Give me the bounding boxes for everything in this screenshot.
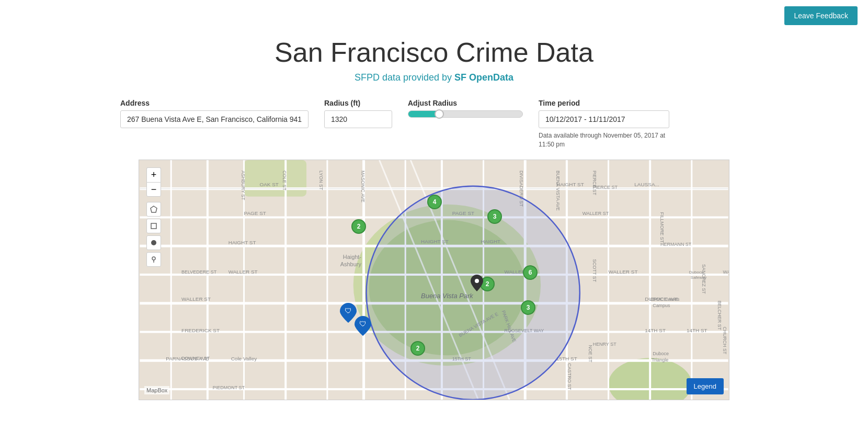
address-control: Address [120, 99, 309, 128]
svg-text:BUENA VISTA AVE: BUENA VISTA AVE [555, 171, 561, 211]
page-header: San Francisco Crime Data SFPD data provi… [0, 31, 868, 94]
time-period-input[interactable] [539, 110, 669, 128]
svg-text:🛡: 🛡 [345, 307, 352, 315]
address-label: Address [120, 99, 309, 107]
svg-text:Triangle: Triangle [652, 357, 668, 363]
svg-text:LYON ST: LYON ST [318, 171, 324, 190]
page-title: San Francisco Crime Data [10, 37, 858, 68]
svg-text:WALLER ST: WALLER ST [583, 210, 609, 216]
layer-circle-button[interactable] [146, 235, 161, 250]
map-container[interactable]: OAK ST HAIGHT ST LAUSSA... PAGE ST PAGE … [139, 160, 729, 400]
svg-text:DOWNEY ST: DOWNEY ST [181, 356, 210, 361]
center-location-marker[interactable] [471, 275, 483, 293]
svg-text:PIERCE ST: PIERCE ST [592, 171, 597, 196]
svg-rect-86 [151, 223, 156, 229]
cluster-marker[interactable]: 4 [427, 195, 442, 209]
svg-point-87 [151, 240, 156, 245]
svg-text:SANCHEZ ST: SANCHEZ ST [701, 264, 706, 294]
svg-point-88 [152, 257, 155, 260]
svg-text:🛡: 🛡 [359, 320, 367, 328]
time-period-control: Time period Data available through Novem… [539, 99, 669, 149]
svg-text:COLE ST: COLE ST [282, 171, 287, 191]
subtitle-prefix: SFPD data provided by [355, 72, 454, 83]
svg-text:WALLER ST: WALLER ST [181, 296, 211, 301]
radius-slider-thumb[interactable] [435, 109, 444, 119]
time-period-label: Time period [539, 99, 669, 107]
svg-text:PIEDMONT ST: PIEDMONT ST [213, 385, 245, 390]
svg-marker-85 [151, 206, 157, 212]
svg-text:Campus: Campus [653, 302, 670, 308]
svg-text:WALLER ST: WALLER ST [723, 269, 729, 275]
cluster-marker[interactable]: 2 [410, 341, 425, 356]
controls-bar: Address Radius (ft) Adjust Radius Time p… [0, 94, 868, 160]
zoom-out-button[interactable]: − [146, 182, 161, 197]
svg-text:HENRY ST: HENRY ST [593, 342, 616, 347]
svg-text:WALLER ST: WALLER ST [229, 269, 258, 275]
radius-slider-track[interactable] [408, 110, 523, 118]
subtitle-link[interactable]: SF OpenData [454, 72, 513, 83]
layer-marker-button[interactable] [146, 252, 161, 267]
svg-point-92 [475, 279, 479, 283]
svg-text:15TH ST: 15TH ST [556, 356, 577, 361]
adjust-radius-control: Adjust Radius [408, 99, 523, 118]
layer-polygon-button[interactable] [146, 202, 161, 217]
top-bar: Leave Feedback [0, 0, 868, 31]
radius-label: Radius (ft) [324, 99, 392, 107]
cluster-marker[interactable]: 3 [487, 209, 502, 224]
cluster-marker[interactable]: 3 [521, 300, 535, 315]
radius-input[interactable] [324, 110, 392, 128]
layer-square-button[interactable] [146, 219, 161, 233]
cluster-marker[interactable]: 2 [351, 219, 366, 234]
svg-text:BELCHER ST: BELCHER ST [717, 300, 722, 330]
svg-text:Cole Valley: Cole Valley [231, 356, 257, 361]
svg-text:ASHBURY ST: ASHBURY ST [241, 171, 246, 200]
svg-text:CPMC Davies: CPMC Davies [650, 296, 680, 301]
svg-text:Duboce: Duboce [653, 351, 669, 356]
map-attribution: MapBox [144, 386, 169, 394]
svg-text:14TH ST: 14TH ST [645, 327, 666, 333]
svg-text:PAGE ST: PAGE ST [244, 210, 266, 216]
address-input[interactable] [120, 110, 309, 128]
svg-text:OAK ST: OAK ST [259, 181, 278, 187]
adjust-radius-label: Adjust Radius [408, 99, 523, 107]
zoom-controls: + − [146, 167, 161, 197]
cluster-marker[interactable]: 6 [523, 265, 538, 280]
svg-text:HAIGHT ST: HAIGHT ST [229, 240, 256, 245]
legend-button[interactable]: Legend [687, 378, 724, 394]
svg-text:PIERCE ST: PIERCE ST [593, 184, 618, 189]
svg-text:14TH ST: 14TH ST [687, 327, 707, 333]
svg-text:LAUSSA...: LAUSSA... [634, 181, 659, 187]
svg-rect-4 [244, 160, 306, 197]
leave-feedback-button[interactable]: Leave Feedback [784, 6, 858, 25]
subtitle: SFPD data provided by SF OpenData [10, 72, 858, 83]
svg-text:NOE ST: NOE ST [588, 345, 593, 363]
data-availability-note: Data available through November 05, 2017… [539, 131, 669, 149]
svg-text:SCOTT ST: SCOTT ST [592, 259, 597, 282]
map-layer-controls [146, 202, 161, 267]
svg-text:CHURCH ST: CHURCH ST [722, 326, 727, 354]
svg-text:HERMANN ST: HERMANN ST [660, 242, 692, 247]
map-background: OAK ST HAIGHT ST LAUSSA... PAGE ST PAGE … [139, 160, 729, 400]
police-marker[interactable]: 🛡 [355, 316, 371, 338]
svg-text:FILLMORE ST: FILLMORE ST [659, 212, 665, 243]
radius-control: Radius (ft) [324, 99, 392, 128]
svg-text:FREDERICK ST: FREDERICK ST [181, 327, 220, 333]
svg-text:BELVEDERE ST: BELVEDERE ST [181, 269, 217, 275]
svg-text:Haight-: Haight- [343, 254, 362, 260]
svg-text:WALLER ST: WALLER ST [609, 269, 638, 275]
svg-text:CASTRO ST: CASTRO ST [567, 363, 572, 390]
svg-text:MASONIC AVE: MASONIC AVE [360, 171, 366, 202]
zoom-in-button[interactable]: + [146, 167, 161, 182]
svg-text:Ashbury: Ashbury [340, 261, 362, 267]
